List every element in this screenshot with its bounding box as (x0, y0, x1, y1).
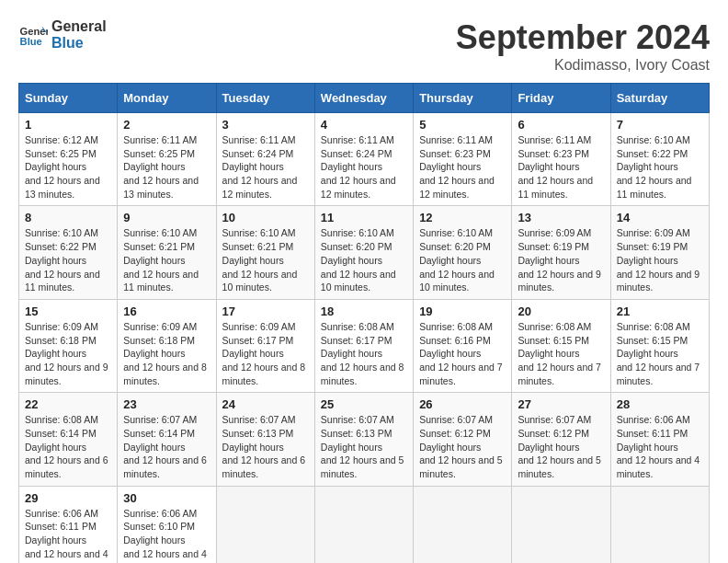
day-detail: Sunrise: 6:09 AMSunset: 6:18 PMDaylight … (25, 321, 108, 386)
day-detail: Sunrise: 6:11 AMSunset: 6:23 PMDaylight … (419, 134, 495, 200)
calendar-cell (414, 486, 512, 563)
calendar-cell: 20 Sunrise: 6:08 AMSunset: 6:15 PMDaylig… (512, 299, 610, 392)
day-detail: Sunrise: 6:09 AMSunset: 6:18 PMDaylight … (123, 321, 207, 386)
calendar-cell: 24 Sunrise: 6:07 AMSunset: 6:13 PMDaylig… (216, 393, 314, 486)
calendar-cell: 25 Sunrise: 6:07 AMSunset: 6:13 PMDaylig… (314, 393, 413, 486)
day-detail: Sunrise: 6:06 AMSunset: 6:11 PMDaylight … (617, 414, 700, 479)
day-number: 19 (419, 304, 506, 318)
day-detail: Sunrise: 6:10 AMSunset: 6:21 PMDaylight … (222, 227, 298, 293)
day-detail: Sunrise: 6:10 AMSunset: 6:20 PMDaylight … (419, 227, 495, 293)
day-number: 26 (419, 397, 506, 411)
calendar-cell (610, 486, 709, 563)
day-detail: Sunrise: 6:07 AMSunset: 6:13 PMDaylight … (222, 414, 306, 479)
day-detail: Sunrise: 6:07 AMSunset: 6:14 PMDaylight … (123, 414, 207, 479)
day-detail: Sunrise: 6:07 AMSunset: 6:13 PMDaylight … (321, 414, 404, 479)
day-number: 13 (518, 211, 604, 224)
day-number: 30 (123, 491, 210, 505)
calendar-cell: 16 Sunrise: 6:09 AMSunset: 6:18 PMDaylig… (118, 299, 216, 392)
day-detail: Sunrise: 6:11 AMSunset: 6:23 PMDaylight … (518, 134, 593, 200)
day-number: 16 (123, 304, 210, 318)
day-number: 10 (222, 211, 309, 224)
calendar-cell (314, 486, 413, 563)
day-detail: Sunrise: 6:08 AMSunset: 6:14 PMDaylight … (25, 414, 108, 479)
day-number: 1 (25, 118, 111, 132)
calendar-cell: 15 Sunrise: 6:09 AMSunset: 6:18 PMDaylig… (19, 299, 118, 392)
day-detail: Sunrise: 6:08 AMSunset: 6:15 PMDaylight … (617, 321, 700, 386)
calendar-cell: 28 Sunrise: 6:06 AMSunset: 6:11 PMDaylig… (610, 393, 709, 486)
weekday-header: Tuesday (216, 84, 314, 113)
svg-text:General: General (20, 26, 48, 37)
day-detail: Sunrise: 6:11 AMSunset: 6:25 PMDaylight … (123, 134, 199, 200)
day-number: 3 (222, 118, 309, 132)
weekday-header: Wednesday (314, 84, 413, 113)
day-number: 2 (123, 118, 210, 132)
calendar-cell: 26 Sunrise: 6:07 AMSunset: 6:12 PMDaylig… (414, 393, 512, 486)
day-number: 4 (321, 118, 407, 132)
calendar-cell: 6 Sunrise: 6:11 AMSunset: 6:23 PMDayligh… (512, 113, 610, 206)
header: General Blue General Blue September 2024… (18, 18, 710, 74)
calendar-cell: 10 Sunrise: 6:10 AMSunset: 6:21 PMDaylig… (216, 206, 314, 299)
calendar-cell: 8 Sunrise: 6:10 AMSunset: 6:22 PMDayligh… (19, 206, 118, 299)
day-number: 15 (25, 304, 111, 318)
day-number: 8 (25, 211, 111, 224)
logo-icon: General Blue (18, 20, 48, 50)
day-number: 22 (25, 397, 111, 411)
day-number: 23 (123, 397, 210, 411)
day-detail: Sunrise: 6:10 AMSunset: 6:20 PMDaylight … (321, 227, 396, 293)
weekday-header: Saturday (610, 84, 709, 113)
calendar-cell: 13 Sunrise: 6:09 AMSunset: 6:19 PMDaylig… (512, 206, 610, 299)
svg-text:Blue: Blue (20, 36, 42, 47)
day-number: 21 (617, 304, 703, 318)
calendar-cell (216, 486, 314, 563)
day-detail: Sunrise: 6:07 AMSunset: 6:12 PMDaylight … (518, 414, 601, 479)
day-detail: Sunrise: 6:08 AMSunset: 6:17 PMDaylight … (321, 321, 404, 386)
calendar-cell: 29 Sunrise: 6:06 AMSunset: 6:11 PMDaylig… (19, 486, 118, 563)
day-number: 7 (617, 118, 703, 132)
day-detail: Sunrise: 6:09 AMSunset: 6:19 PMDaylight … (617, 227, 700, 293)
day-detail: Sunrise: 6:06 AMSunset: 6:11 PMDaylight … (25, 508, 108, 563)
day-detail: Sunrise: 6:09 AMSunset: 6:17 PMDaylight … (222, 321, 306, 386)
day-detail: Sunrise: 6:06 AMSunset: 6:10 PMDaylight … (123, 508, 207, 563)
calendar-cell: 17 Sunrise: 6:09 AMSunset: 6:17 PMDaylig… (216, 299, 314, 392)
calendar-cell: 19 Sunrise: 6:08 AMSunset: 6:16 PMDaylig… (414, 299, 512, 392)
day-number: 17 (222, 304, 309, 318)
location: Kodimasso, Ivory Coast (456, 57, 710, 74)
weekday-header: Friday (512, 84, 610, 113)
calendar-cell (512, 486, 610, 563)
title-area: September 2024 Kodimasso, Ivory Coast (456, 18, 710, 74)
day-number: 6 (518, 118, 604, 132)
calendar-cell: 30 Sunrise: 6:06 AMSunset: 6:10 PMDaylig… (118, 486, 216, 563)
day-detail: Sunrise: 6:12 AMSunset: 6:25 PMDaylight … (25, 134, 100, 200)
day-detail: Sunrise: 6:08 AMSunset: 6:15 PMDaylight … (518, 321, 601, 386)
day-number: 18 (321, 304, 407, 318)
logo: General Blue General Blue (18, 18, 107, 51)
month-title: September 2024 (456, 18, 710, 57)
day-number: 27 (518, 397, 604, 411)
day-detail: Sunrise: 6:10 AMSunset: 6:21 PMDaylight … (123, 227, 199, 293)
calendar-cell: 3 Sunrise: 6:11 AMSunset: 6:24 PMDayligh… (216, 113, 314, 206)
calendar-cell: 12 Sunrise: 6:10 AMSunset: 6:20 PMDaylig… (414, 206, 512, 299)
weekday-header: Sunday (19, 84, 118, 113)
calendar-cell: 9 Sunrise: 6:10 AMSunset: 6:21 PMDayligh… (118, 206, 216, 299)
day-detail: Sunrise: 6:07 AMSunset: 6:12 PMDaylight … (419, 414, 503, 479)
calendar-cell: 4 Sunrise: 6:11 AMSunset: 6:24 PMDayligh… (314, 113, 413, 206)
day-number: 28 (617, 397, 703, 411)
weekday-header: Monday (118, 84, 216, 113)
day-number: 14 (617, 211, 703, 224)
day-number: 20 (518, 304, 604, 318)
calendar-cell: 22 Sunrise: 6:08 AMSunset: 6:14 PMDaylig… (19, 393, 118, 486)
calendar-table: SundayMondayTuesdayWednesdayThursdayFrid… (18, 83, 710, 563)
logo-line2: Blue (51, 35, 107, 52)
day-number: 11 (321, 211, 407, 224)
calendar-cell: 5 Sunrise: 6:11 AMSunset: 6:23 PMDayligh… (414, 113, 512, 206)
day-detail: Sunrise: 6:10 AMSunset: 6:22 PMDaylight … (617, 134, 692, 200)
calendar-cell: 23 Sunrise: 6:07 AMSunset: 6:14 PMDaylig… (118, 393, 216, 486)
day-number: 25 (321, 397, 407, 411)
day-detail: Sunrise: 6:11 AMSunset: 6:24 PMDaylight … (222, 134, 298, 200)
calendar-cell: 11 Sunrise: 6:10 AMSunset: 6:20 PMDaylig… (314, 206, 413, 299)
day-number: 12 (419, 211, 506, 224)
calendar-cell: 1 Sunrise: 6:12 AMSunset: 6:25 PMDayligh… (19, 113, 118, 206)
calendar-cell: 27 Sunrise: 6:07 AMSunset: 6:12 PMDaylig… (512, 393, 610, 486)
day-detail: Sunrise: 6:09 AMSunset: 6:19 PMDaylight … (518, 227, 601, 293)
day-number: 29 (25, 491, 111, 505)
